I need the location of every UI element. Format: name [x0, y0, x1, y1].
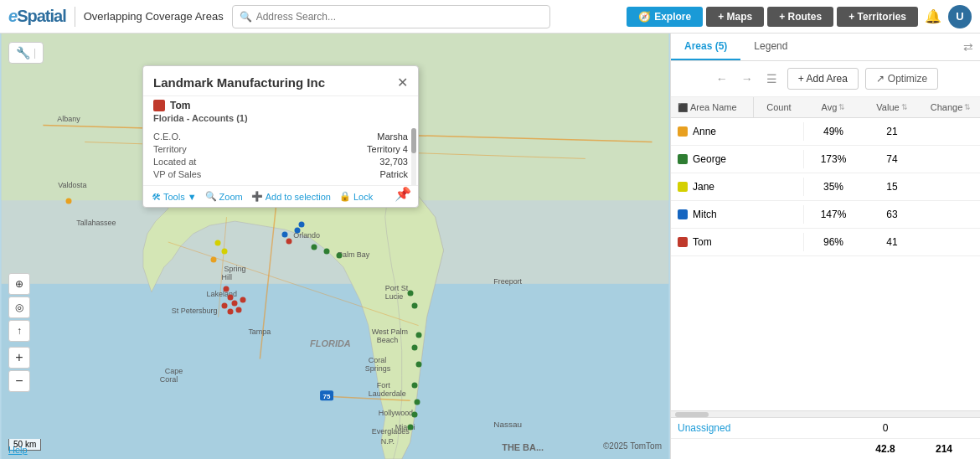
pin-icon: 📌 — [395, 186, 411, 202]
territories-button[interactable]: + Territories — [837, 7, 918, 27]
map-dot — [412, 412, 418, 418]
map-dot — [324, 249, 330, 255]
map-dot — [222, 249, 228, 255]
tab-legend[interactable]: Legend — [740, 34, 801, 60]
area-name: George — [693, 153, 726, 165]
zoom-in-button[interactable]: + — [8, 347, 30, 369]
td-value: 74 — [863, 150, 921, 168]
more-options-button[interactable]: ☰ — [763, 70, 781, 87]
map-dot — [66, 199, 72, 204]
horizontal-scrollbar[interactable] — [671, 410, 980, 417]
redo-button[interactable]: → — [738, 70, 756, 87]
tab-areas[interactable]: Areas (5) — [671, 34, 740, 60]
optimize-button[interactable]: ↗ Optimize — [865, 68, 938, 90]
main-content: 75 Albany Valdosta Tallahassee Spring Hi… — [0, 34, 980, 459]
th-count: Count — [754, 97, 804, 117]
add-area-button[interactable]: + Add Area — [787, 68, 859, 90]
sort-value-icon: ⇅ — [901, 103, 908, 111]
map-container[interactable]: 75 Albany Valdosta Tallahassee Spring Hi… — [0, 34, 670, 459]
table-row[interactable]: Jane 35% 15 — [671, 173, 980, 201]
td-avg: 173% — [804, 150, 863, 168]
svg-text:Hollywood: Hollywood — [379, 409, 413, 417]
popup-header: Landmark Manufacturing Inc ✕ — [143, 66, 418, 96]
sort-avg-icon: ⇅ — [838, 103, 845, 111]
map-locate-button[interactable]: ⊕ — [8, 273, 30, 295]
expand-icon[interactable]: ⇄ — [957, 35, 980, 59]
svg-text:Everglades: Everglades — [372, 427, 410, 436]
search-input[interactable] — [256, 11, 543, 23]
svg-text:Spring: Spring — [224, 265, 246, 273]
zoom-button[interactable]: 🔍 Zoom — [205, 191, 243, 202]
undo-button[interactable]: ← — [713, 70, 731, 87]
td-change — [921, 156, 980, 162]
popup-close-button[interactable]: ✕ — [397, 75, 408, 90]
explore-button[interactable]: 🧭 Explore — [627, 7, 703, 27]
svg-text:Valdosta: Valdosta — [58, 181, 86, 189]
tools-icon: 🛠 — [152, 192, 161, 202]
td-change — [921, 183, 980, 190]
page-title: Overlapping Coverage Areas — [84, 10, 224, 23]
map-dot — [215, 240, 221, 246]
table-row[interactable]: George 173% 74 — [671, 146, 980, 173]
total-value: 214 — [915, 443, 973, 455]
search-bar[interactable]: 🔍 — [232, 5, 550, 28]
map-dot — [299, 222, 305, 228]
map-dot — [295, 228, 301, 234]
notifications-button[interactable]: 🔔 — [921, 5, 945, 28]
map-dot — [228, 295, 234, 301]
lock-button[interactable]: 🔒 Lock — [339, 191, 373, 202]
footer-total-row: 42.8 214 — [671, 439, 980, 459]
badge-color-dot — [153, 100, 165, 111]
table-row[interactable]: Anne 49% 21 — [671, 118, 980, 146]
map-toolbar: 🔧 | — [8, 42, 44, 64]
area-color — [678, 209, 688, 219]
routes-button[interactable]: + Routes — [767, 7, 833, 27]
lock-icon: 🔒 — [339, 191, 351, 202]
tools-button[interactable]: 🛠 Tools ▼ — [152, 192, 197, 202]
map-dot — [408, 425, 414, 431]
wrench-icon: 🔧 — [16, 46, 30, 59]
svg-text:Freeport: Freeport — [493, 277, 522, 286]
area-color — [678, 182, 688, 192]
sort-change-icon: ⇅ — [964, 103, 971, 111]
svg-text:St Petersburg: St Petersburg — [172, 307, 218, 315]
add-icon: ➕ — [251, 191, 263, 202]
table-row[interactable]: Tom 96% 41 — [671, 229, 980, 256]
svg-text:75: 75 — [323, 393, 331, 400]
table-row[interactable]: Mitch 147% 63 — [671, 201, 980, 229]
td-area: George — [671, 150, 804, 168]
area-name: Anne — [693, 126, 716, 137]
svg-text:N.P.: N.P. — [381, 437, 395, 446]
area-name: Mitch — [693, 209, 717, 220]
table-header: ⬛ Area Name Count Avg ⇅ Value ⇅ Change ⇅ — [671, 97, 980, 118]
area-color — [678, 154, 688, 164]
logo-spatial: Spatial — [17, 7, 66, 26]
panel-tabs: Areas (5) Legend ⇄ — [671, 34, 980, 61]
map-dot — [228, 309, 234, 315]
map-toolbar-separator: | — [34, 47, 36, 59]
svg-text:Beach: Beach — [377, 336, 398, 344]
map-compass-button[interactable]: ◎ — [8, 297, 30, 318]
zoom-out-button[interactable]: − — [8, 370, 30, 392]
header: eSpatial Overlapping Coverage Areas 🔍 🧭 … — [0, 0, 980, 34]
popup-table-row: Located at 32,703 — [153, 157, 408, 167]
popup-actions: 🛠 Tools ▼ 🔍 Zoom ➕ Add to selection 🔒 Lo… — [143, 185, 418, 207]
map-dot — [236, 307, 242, 313]
area-name: Tom — [693, 236, 712, 248]
td-value: 63 — [863, 205, 921, 224]
svg-text:Port St: Port St — [385, 284, 409, 292]
add-to-selection-button[interactable]: ➕ Add to selection — [251, 191, 331, 202]
compass-icon: 🧭 — [638, 11, 651, 23]
help-link[interactable]: Help — [8, 445, 28, 455]
map-dot — [211, 257, 217, 263]
logo: eSpatial — [8, 7, 66, 26]
area-color — [678, 126, 688, 137]
td-avg: 35% — [804, 178, 863, 196]
map-dot — [240, 297, 246, 303]
search-icon: 🔍 — [240, 11, 252, 23]
maps-button[interactable]: + Maps — [706, 7, 764, 27]
map-north-button[interactable]: ↑ — [8, 320, 30, 342]
popup-table-row: C.E.O. Marsha — [153, 132, 408, 142]
scrollbar-thumb — [675, 412, 709, 417]
avatar[interactable]: U — [948, 5, 972, 28]
